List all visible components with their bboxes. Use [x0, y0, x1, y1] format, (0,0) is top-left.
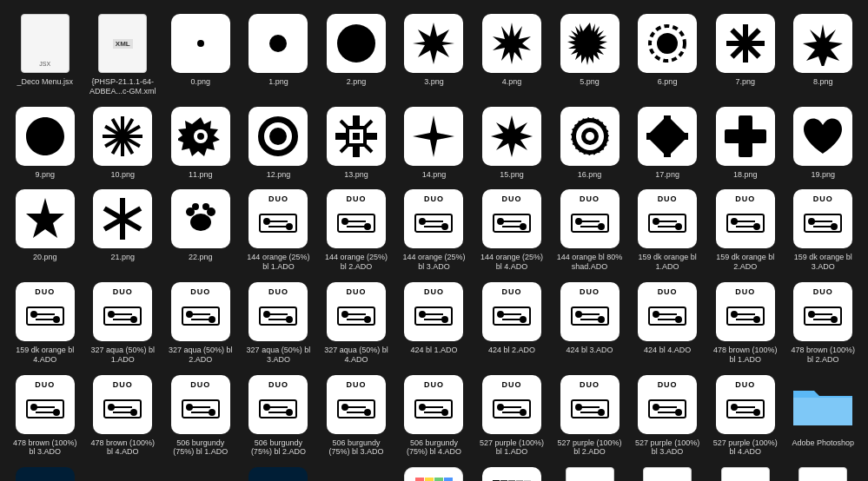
file-ps2020-folder1[interactable]: Adobe Photoshop 2020	[85, 462, 162, 481]
file-phsp-xml[interactable]: XML {PHSP-21.1.1-64-ADBEA...c-GM.xml	[85, 9, 162, 100]
svg-point-188	[653, 405, 659, 410]
file-21png[interactable]: 21.png	[85, 184, 162, 275]
svg-point-179	[520, 410, 526, 415]
file-ps-cam-folder[interactable]: Adobe Photoshop Camera Raw	[318, 462, 394, 481]
file-144obl-80[interactable]: DUO 144 orange bl 80% shad.ADO	[552, 184, 628, 275]
file-527pu100-1[interactable]: DUO 527 purple (100%) bl 1.ADO	[474, 370, 550, 461]
file-apple-ipad-2[interactable]: LCP Apple iPad (iPad Pro (10.5...f1.8).l…	[629, 462, 706, 481]
file-anpa-colors[interactable]: SWATCH ANPA Colors.aco	[474, 462, 550, 481]
svg-point-174	[442, 410, 447, 415]
svg-marker-40	[26, 198, 64, 238]
file-16png[interactable]: 16.png	[552, 102, 628, 183]
file-12png[interactable]: 12.png	[241, 102, 317, 183]
file-0png[interactable]: 0.png	[162, 9, 239, 100]
file-17png[interactable]: 17.png	[629, 102, 706, 183]
svg-point-113	[342, 312, 348, 317]
file-13png[interactable]: 13.png	[318, 102, 394, 183]
file-144o25-1[interactable]: DUO 144 orange (25%) bl 1.ADO	[241, 184, 317, 275]
svg-point-119	[442, 317, 447, 322]
svg-marker-29	[491, 115, 533, 157]
file-apple-ipad-3[interactable]: LCP Apple iPad (iPad Pro (12....f2.2).lc…	[707, 462, 784, 481]
file-15png[interactable]: 15.png	[474, 102, 550, 183]
svg-point-6	[657, 33, 678, 54]
file-2png[interactable]: 2.png	[318, 9, 394, 100]
file-ps2020-2[interactable]: Ps Adobe Photoshop 2020	[241, 462, 317, 481]
svg-point-58	[342, 219, 348, 224]
file-18png[interactable]: 18.png	[707, 102, 784, 183]
svg-point-73	[576, 219, 581, 224]
file-478br100-1[interactable]: DUO 478 brown (100%) bl 1.ADO	[707, 277, 784, 368]
file-327aq50-1[interactable]: DUO 327 aqua (50%) bl 1.ADO	[85, 277, 162, 368]
file-apple-ipad-4[interactable]: LCP Apple iPad (iPad Pro (12....RAW.lcp	[785, 462, 861, 481]
file-144o25-4[interactable]: DUO 144 orange (25%) bl 4.ADO	[474, 184, 550, 275]
file-4png[interactable]: 4.png	[474, 9, 550, 100]
file-527pu100-4[interactable]: DUO 527 purple (100%) bl 4.ADO	[707, 370, 784, 461]
file-327aq50-4[interactable]: DUO 327 aqua (50%) bl 4.ADO	[318, 277, 394, 368]
svg-point-45	[190, 214, 211, 231]
svg-point-2	[337, 24, 375, 63]
svg-point-139	[754, 317, 759, 322]
file-ps2020-folder2[interactable]: Adobe Photoshop 2020	[162, 462, 239, 481]
file-5png[interactable]: 5.png	[552, 9, 628, 100]
svg-marker-28	[413, 115, 454, 157]
file-10png[interactable]: 10.png	[85, 102, 162, 183]
file-9png[interactable]: 9.png	[7, 102, 83, 183]
svg-point-128	[576, 312, 581, 317]
file-8png[interactable]: 8.png	[785, 9, 861, 100]
file-506bu75-4[interactable]: DUO 506 burgundy (75%) bl 4.ADO	[396, 370, 473, 461]
file-159dk-1[interactable]: DUO 159 dk orange bl 1.ADO	[629, 184, 706, 275]
svg-point-123	[498, 312, 503, 317]
file-159dk-2[interactable]: DUO 159 dk orange bl 2.ADO	[707, 184, 784, 275]
file-527pu100-3[interactable]: DUO 527 purple (100%) bl 3.ADO	[629, 370, 706, 461]
file-159dk-3[interactable]: DUO 159 dk orange bl 3.ADO	[785, 184, 861, 275]
svg-point-169	[365, 410, 370, 415]
file-deco-menu[interactable]: JSX _Deco Menu.jsx	[7, 9, 83, 100]
file-19png[interactable]: 19.png	[785, 102, 861, 183]
svg-point-63	[420, 219, 425, 224]
file-424bl-3[interactable]: DUO 424 bl 3.ADO	[552, 277, 628, 368]
file-506bu75-2[interactable]: DUO 506 burgundy (75%) bl 2.ADO	[241, 370, 317, 461]
file-478br100-3[interactable]: DUO 478 brown (100%) bl 3.ADO	[7, 370, 83, 461]
file-424bl-1[interactable]: DUO 424 bl 1.ADO	[396, 277, 473, 368]
svg-point-184	[599, 410, 604, 415]
svg-point-193	[732, 405, 737, 410]
svg-marker-4	[493, 23, 531, 64]
file-adobe-ps-folder[interactable]: Adobe Photoshop	[785, 370, 861, 461]
svg-point-154	[131, 410, 136, 415]
file-apple-ipad-1[interactable]: LCP Apple iPad (iPad Pro (10....RAW.lcp	[552, 462, 628, 481]
file-144o25-3[interactable]: DUO 144 orange (25%) bl 3.ADO	[396, 184, 473, 275]
file-506bu75-1[interactable]: DUO 506 burgundy (75%) bl 1.ADO	[162, 370, 239, 461]
file-22png[interactable]: 22.png	[162, 184, 239, 275]
file-478br100-2[interactable]: DUO 478 brown (100%) bl 2.ADO	[785, 277, 861, 368]
file-327aq50-3[interactable]: DUO 327 aqua (50%) bl 3.ADO	[241, 277, 317, 368]
svg-point-168	[342, 405, 348, 410]
svg-point-183	[576, 405, 581, 410]
svg-point-59	[365, 224, 370, 229]
svg-point-98	[109, 312, 114, 317]
file-6png[interactable]: 6.png	[629, 9, 706, 100]
file-3png[interactable]: 3.png	[396, 9, 473, 100]
svg-point-64	[442, 224, 447, 229]
file-11png[interactable]: 11.png	[162, 102, 239, 183]
svg-point-143	[809, 312, 814, 317]
file-7png[interactable]: 7.png	[707, 9, 784, 100]
file-20png[interactable]: 20.png	[7, 184, 83, 275]
svg-point-133	[653, 312, 659, 317]
file-424bl-4[interactable]: DUO 424 bl 4.ADO	[629, 277, 706, 368]
file-1png[interactable]: 1.png	[241, 9, 317, 100]
svg-point-173	[420, 405, 425, 410]
file-424bl-2[interactable]: DUO 424 bl 2.ADO	[474, 277, 550, 368]
file-527pu100-2[interactable]: DUO 527 purple (100%) bl 2.ADO	[552, 370, 628, 461]
svg-point-79	[676, 224, 681, 229]
file-159dk-4[interactable]: DUO 159 dk orange bl 4.ADO	[7, 277, 83, 368]
file-327aq50-2[interactable]: DUO 327 aqua (50%) bl 2.ADO	[162, 277, 239, 368]
svg-point-93	[31, 312, 36, 317]
file-144o25-2[interactable]: DUO 144 orange (25%) bl 2.ADO	[318, 184, 394, 275]
file-506bu75-3[interactable]: DUO 506 burgundy (75%) bl 3.ADO	[318, 370, 394, 461]
file-ps2020-1[interactable]: Ps Adobe Photoshop 2020	[7, 462, 83, 481]
file-anpa-color[interactable]: COLOR ANPA Color.acb	[396, 462, 473, 481]
file-478br100-4[interactable]: DUO 478 brown (100%) bl 4.ADO	[85, 370, 162, 461]
svg-point-69	[520, 224, 526, 229]
file-14png[interactable]: 14.png	[396, 102, 473, 183]
svg-point-118	[420, 312, 425, 317]
